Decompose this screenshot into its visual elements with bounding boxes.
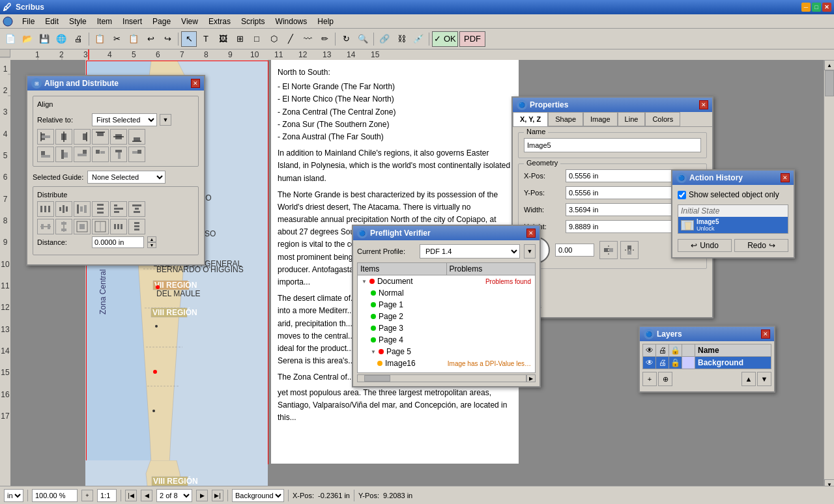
- align-bl-btn[interactable]: [37, 147, 54, 162]
- properties-panel-header[interactable]: 🔵 Properties ✕: [513, 98, 712, 112]
- flip-v-btn[interactable]: [620, 241, 639, 259]
- align-panel-close[interactable]: ✕: [191, 79, 200, 88]
- line-link[interactable]: Line: [518, 287, 707, 299]
- tab-xyz[interactable]: X, Y, Z: [513, 112, 548, 126]
- link-btn[interactable]: 🔗: [377, 31, 392, 47]
- tree-document[interactable]: ▼ Document Problems found: [358, 275, 535, 287]
- history-panel-close[interactable]: ✕: [781, 173, 790, 182]
- distance-input[interactable]: [92, 236, 144, 248]
- new-btn[interactable]: 📄: [3, 31, 18, 47]
- preflight-scroll-right[interactable]: ▶: [526, 374, 536, 382]
- ok-btn[interactable]: ✓ OK: [432, 31, 458, 47]
- image-btn[interactable]: 🖼: [215, 31, 231, 47]
- close-button[interactable]: ✕: [822, 3, 831, 12]
- menu-view[interactable]: View: [176, 16, 203, 27]
- menu-help[interactable]: Help: [312, 16, 339, 27]
- undo-btn-history[interactable]: ↩ Undo: [678, 239, 732, 252]
- align-top-btn[interactable]: [92, 129, 109, 145]
- dist-page-h-btn[interactable]: [74, 219, 91, 234]
- layer-add-btn[interactable]: +: [642, 372, 657, 386]
- undo-btn[interactable]: ↩: [143, 31, 158, 47]
- first-page-btn[interactable]: |◀: [125, 490, 137, 501]
- align-bottom-btn[interactable]: [128, 129, 145, 145]
- align-left-btn[interactable]: [37, 129, 54, 145]
- dist-center-v-btn[interactable]: [110, 201, 127, 217]
- preflight-hscroll[interactable]: [357, 374, 526, 382]
- freehand-btn[interactable]: ✏: [317, 31, 332, 47]
- show-selected-checkbox[interactable]: [678, 191, 686, 199]
- layers-panel-close[interactable]: ✕: [761, 329, 770, 339]
- zoom-input[interactable]: [32, 489, 78, 502]
- unit-select[interactable]: in cm pt: [4, 489, 23, 502]
- layer-dup-btn[interactable]: ⊕: [658, 372, 672, 386]
- relative-to-dropdown[interactable]: ▼: [160, 114, 171, 126]
- last-page-btn[interactable]: ▶|: [212, 490, 223, 501]
- bezier-btn[interactable]: 〰: [300, 31, 315, 47]
- zoom-btn[interactable]: 🔍: [355, 31, 371, 47]
- menu-page[interactable]: Page: [147, 16, 176, 27]
- menu-windows[interactable]: Windows: [270, 16, 313, 27]
- selected-guide-select[interactable]: None Selected: [87, 171, 165, 184]
- layer-row-background[interactable]: 👁 🖨 🔒 Background: [642, 357, 771, 369]
- tree-page3[interactable]: Page 3: [358, 322, 535, 334]
- menu-file[interactable]: File: [17, 16, 40, 27]
- page-select[interactable]: 2 of 8: [156, 489, 192, 502]
- menu-edit[interactable]: Edit: [40, 16, 64, 27]
- dist-spread-v-btn[interactable]: [128, 219, 145, 234]
- tab-image[interactable]: Image: [583, 112, 618, 126]
- tree-page4[interactable]: Page 4: [358, 334, 535, 346]
- align-panel-header[interactable]: ⊞ Align and Distribute ✕: [27, 76, 204, 91]
- layer-up-btn[interactable]: ▲: [741, 372, 756, 386]
- prev-page-btn[interactable]: ◀: [141, 490, 152, 501]
- menu-style[interactable]: Style: [64, 16, 92, 27]
- layer-eye-bg[interactable]: 👁: [643, 357, 656, 369]
- print-btn[interactable]: 🖨: [70, 31, 86, 47]
- ratio-input[interactable]: [97, 489, 117, 502]
- align-tl-btn[interactable]: [128, 147, 145, 162]
- redo-btn[interactable]: ↪: [160, 31, 175, 47]
- tab-line[interactable]: Line: [618, 112, 646, 126]
- dist-top-btn[interactable]: [92, 201, 109, 217]
- paste-btn[interactable]: 📋: [92, 31, 108, 47]
- scroll-thumb-v[interactable]: [825, 70, 834, 96]
- vertical-scrollbar[interactable]: ▲ ▼: [824, 60, 834, 490]
- menu-scripts[interactable]: Scripts: [236, 16, 270, 27]
- poly-btn[interactable]: ⬡: [266, 31, 281, 47]
- menu-extras[interactable]: Extras: [203, 16, 236, 27]
- history-entry-image5[interactable]: Image5 Unlock: [678, 217, 788, 233]
- dist-eq-h-btn[interactable]: [37, 219, 54, 234]
- profile-select[interactable]: PDF 1.4: [420, 244, 520, 259]
- layer-down-btn[interactable]: ▼: [757, 372, 771, 386]
- menu-item[interactable]: Item: [92, 16, 117, 27]
- tree-image16[interactable]: Image16 Image has a DPI-Value les…: [358, 357, 535, 369]
- preflight-panel-header[interactable]: 🔵 Preflight Verifier ✕: [353, 226, 539, 240]
- align-tc-btn[interactable]: [110, 147, 127, 162]
- profile-dropdown[interactable]: ▼: [524, 244, 536, 259]
- align-tr-btn[interactable]: [92, 147, 109, 162]
- history-panel-header[interactable]: 🔵 Action History ✕: [672, 171, 794, 185]
- align-center-v-btn[interactable]: [110, 129, 127, 145]
- table-btn[interactable]: ⊞: [232, 31, 248, 47]
- layer-lock-bg[interactable]: 🔒: [669, 357, 682, 369]
- zoom-in-btn[interactable]: +: [81, 490, 93, 501]
- redo-btn-history[interactable]: Redo ↪: [734, 239, 788, 252]
- align-center-h-btn[interactable]: [55, 129, 72, 145]
- image-link[interactable]: Image: [518, 274, 707, 286]
- tree-page2[interactable]: Page 2: [358, 311, 535, 322]
- layer-select[interactable]: Background: [232, 489, 284, 502]
- pdf-btn[interactable]: PDF: [459, 31, 485, 47]
- dist-right-btn[interactable]: [74, 201, 91, 217]
- save-btn[interactable]: 💾: [36, 31, 52, 47]
- preflight-panel-close[interactable]: ✕: [526, 229, 536, 238]
- dist-center-h-btn[interactable]: [55, 201, 72, 217]
- dist-eq-v-btn[interactable]: [55, 219, 72, 234]
- tab-shape[interactable]: Shape: [548, 112, 583, 126]
- next-page-btn[interactable]: ▶: [196, 490, 208, 501]
- preflight-scroll-thumb[interactable]: [364, 375, 390, 382]
- web-btn[interactable]: 🌐: [53, 31, 69, 47]
- dist-left-btn[interactable]: [37, 201, 54, 217]
- colors-link[interactable]: Colors: [518, 300, 707, 312]
- open-btn[interactable]: 📂: [20, 31, 35, 47]
- distance-down[interactable]: ▼: [147, 242, 156, 248]
- maximize-button[interactable]: □: [812, 3, 821, 12]
